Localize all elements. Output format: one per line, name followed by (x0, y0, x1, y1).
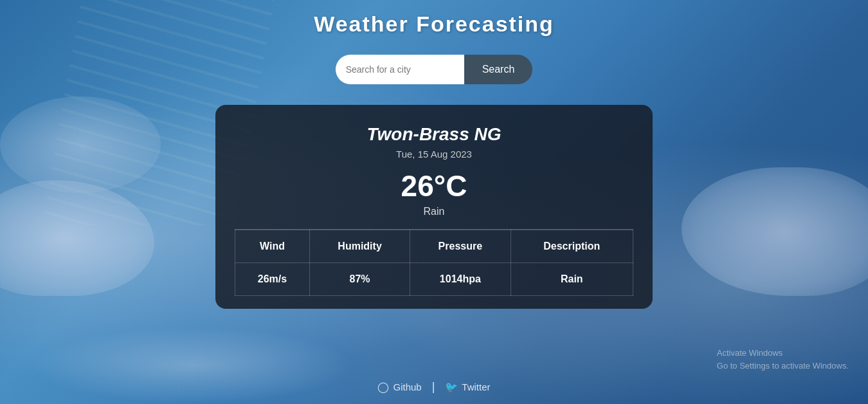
table-header-description: Description (511, 230, 633, 263)
weather-condition: Rain (235, 206, 633, 217)
city-name: Twon-Brass NG (235, 124, 633, 145)
temperature: 26°C (235, 169, 633, 203)
search-container: Search (336, 55, 533, 84)
page-title: Weather Forecasting (314, 12, 554, 37)
table-cell-humidity: 87% (309, 263, 410, 296)
weather-card: Twon-Brass NG Tue, 15 Aug 2023 26°C Rain… (215, 105, 653, 309)
city-date: Tue, 15 Aug 2023 (235, 149, 633, 160)
table-data-row: 26m/s 87% 1014hpa Rain (235, 263, 633, 296)
table-cell-wind: 26m/s (235, 263, 310, 296)
search-button[interactable]: Search (464, 55, 533, 84)
table-header-humidity: Humidity (309, 230, 410, 263)
table-header-wind: Wind (235, 230, 310, 263)
search-input[interactable] (336, 55, 464, 84)
page-container: Weather Forecasting Search Twon-Brass NG… (0, 0, 868, 404)
table-cell-description: Rain (511, 263, 633, 296)
table-cell-pressure: 1014hpa (410, 263, 511, 296)
table-header-pressure: Pressure (410, 230, 511, 263)
weather-table: Wind Humidity Pressure Description 26m/s… (235, 230, 633, 296)
city-info: Twon-Brass NG Tue, 15 Aug 2023 26°C Rain (235, 124, 633, 217)
table-header-row: Wind Humidity Pressure Description (235, 230, 633, 263)
